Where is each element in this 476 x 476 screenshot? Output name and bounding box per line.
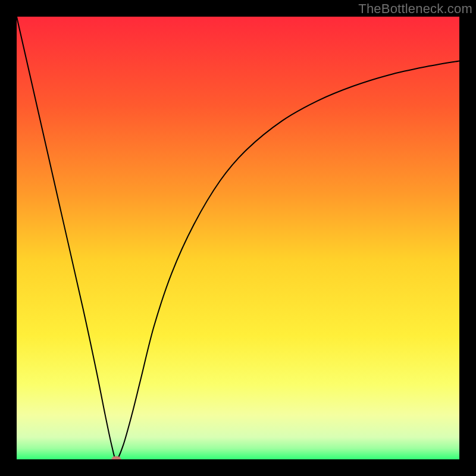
gradient-background (17, 17, 459, 459)
watermark-text: TheBottleneck.com (358, 1, 472, 17)
bottleneck-chart (17, 17, 459, 459)
chart-frame (17, 17, 459, 459)
